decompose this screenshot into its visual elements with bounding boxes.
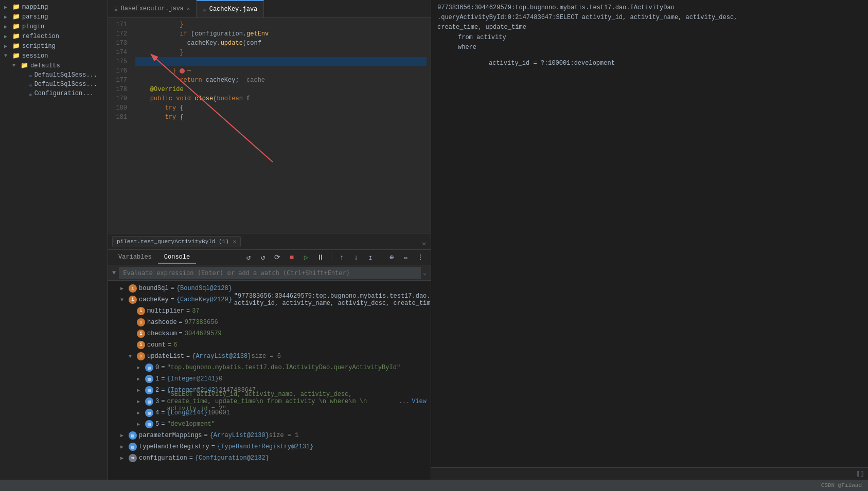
sidebar-item-mapping[interactable]: ▶ 📁 mapping (0, 2, 108, 12)
type-icon: ▤ (145, 397, 153, 406)
session-tab-label: piTest.test_queryActivityById (1) (117, 239, 229, 245)
type-icon: i (129, 284, 137, 293)
debug-row-parametermappings[interactable]: ▶ ▤ parameterMappings = {ArrayList@2130}… (108, 430, 431, 441)
debug-row-multiplier[interactable]: i multiplier = 37 (108, 305, 431, 317)
sidebar-item-label: Configuration... (34, 90, 94, 97)
equals: = (204, 432, 207, 439)
field-value: "development" (167, 421, 215, 428)
view-link[interactable]: View (412, 398, 427, 405)
more-btn[interactable]: ⋮ (414, 251, 427, 264)
expand-arrow: ▶ (137, 387, 145, 393)
java-file-icon: ☕ (29, 90, 32, 97)
evaluate-btn[interactable]: ⊕ (385, 251, 398, 264)
restart-btn[interactable]: ↺ (242, 251, 255, 264)
step-over-btn[interactable]: ↑ (335, 251, 348, 264)
type-icon: ▤ (129, 431, 137, 440)
sidebar-item-session[interactable]: ▼ 📁 session (0, 51, 108, 61)
equals: = (161, 364, 165, 371)
expand-arrow: ▶ (120, 455, 129, 461)
code-content: } if (configuration.getEnv cacheKey.upda… (131, 18, 431, 233)
sidebar-item-reflection[interactable]: ▶ 📁 reflection (0, 31, 108, 41)
equals: = (186, 353, 190, 360)
debug-content: ▶ i boundSql = {BoundSql@2128} ▼ i cache… (108, 281, 431, 480)
equals: = (186, 307, 190, 315)
field-name: 1 (155, 375, 159, 383)
debug-row-checksum[interactable]: i checksum = 3044629579 (108, 328, 431, 339)
debug-session-tab[interactable]: piTest.test_queryActivityById (1) ✕ (112, 236, 241, 247)
tab-label: Console (164, 253, 190, 261)
debug-row-configuration[interactable]: ▶ ∞ configuration = {Configuration@2132} (108, 452, 431, 464)
expand-watch-btn[interactable]: ⌄ (423, 269, 427, 277)
java-tab-icon: ☕ (114, 6, 118, 12)
equals: = (171, 296, 174, 303)
console-expand-btn[interactable]: ⟦⟧ (431, 467, 868, 480)
code-line: if (configuration.getEnv (135, 29, 427, 39)
field-meta: ... (399, 398, 410, 405)
field-value: 6 (173, 341, 177, 349)
collapse-arrow: ▼ (4, 53, 10, 59)
step-out-btn[interactable]: ↥ (364, 251, 377, 264)
watch-bar: ▼ ⌄ (108, 265, 431, 281)
tab-baseexecutor[interactable]: ☕ BaseExecutor.java ✕ (108, 0, 197, 17)
debug-tabs-bar: Variables Console ↺ ↺ ⟳ ■ ▷ ⏸ ↑ ↓ ↥ (108, 250, 431, 265)
resume-btn[interactable]: ▷ (300, 251, 312, 264)
folder-icon: 📁 (12, 3, 20, 11)
tab-label: Variables (118, 253, 152, 261)
watch-chevron[interactable]: ▼ (112, 269, 116, 277)
field-type: {Long@2144} (167, 409, 207, 416)
type-icon: ▤ (145, 386, 153, 394)
debug-row-update3[interactable]: ▶ ▤ 3 = "SELECT activity_id, activity_na… (108, 396, 431, 407)
code-line: } (135, 20, 427, 29)
debug-row-updatelist[interactable]: ▼ i updateList = {ArrayList@2138} size =… (108, 351, 431, 362)
collapse-arrow: ▶ (4, 24, 10, 30)
expand-arrow: ▶ (137, 376, 145, 382)
reload-btn[interactable]: ⟳ (271, 251, 284, 264)
restart-btn2[interactable]: ↺ (257, 251, 269, 264)
field-value: 977383656 (185, 319, 218, 326)
sidebar-item-defaultsqlsess2[interactable]: ☕ DefaultSqlSess... (0, 80, 108, 89)
expand-arrow: ▶ (120, 285, 129, 292)
equals: = (211, 443, 215, 450)
debug-row-typehandlerregistry[interactable]: ▶ ▤ typeHandlerRegistry = {TypeHandlerRe… (108, 441, 431, 452)
debug-row-update5[interactable]: ▶ ▤ 5 = "development" (108, 419, 431, 430)
tab-cachekey[interactable]: ☕ CacheKey.java (197, 0, 264, 17)
sidebar-item-plugin[interactable]: ▶ 📁 plugin (0, 22, 108, 31)
collapse-arrow: ▶ (4, 14, 10, 20)
debug-row-hashcode[interactable]: i hashcode = 977383656 (108, 317, 431, 328)
sidebar-item-label: DefaultSqlSess... (34, 81, 97, 88)
sidebar-item-label: mapping (22, 4, 48, 11)
java-tab-icon: ☕ (203, 6, 206, 13)
close-session-btn[interactable]: ✕ (233, 238, 237, 245)
watch-input[interactable] (119, 267, 421, 279)
equals: = (161, 387, 165, 394)
edit-btn[interactable]: ✏ (400, 251, 412, 264)
debug-tab-variables[interactable]: Variables (112, 251, 158, 264)
sidebar-item-scripting[interactable]: ▶ 📁 scripting (0, 41, 108, 51)
sidebar-item-configuration[interactable]: ☕ Configuration... (0, 89, 108, 98)
field-name: updateList (147, 353, 184, 360)
field-name: hashcode (147, 319, 177, 326)
sidebar-item-defaultsqlsess1[interactable]: ☕ DefaultSqlSess... (0, 70, 108, 80)
status-text: CSDN @Filwad (821, 482, 862, 488)
console-right-panel: 977383656:3044629579:top.bugnono.mybatis… (431, 0, 868, 480)
sidebar-item-parsing[interactable]: ▶ 📁 parsing (0, 12, 108, 22)
pause-btn[interactable]: ⏸ (314, 251, 327, 264)
field-value: 37 (192, 307, 199, 315)
debug-row-cachekey[interactable]: ▼ i cacheKey = {CacheKey@2129} "97738365… (108, 294, 431, 305)
sidebar-item-defaults[interactable]: ▼ 📁 defaults (0, 61, 108, 70)
debug-tab-console[interactable]: Console (158, 251, 196, 264)
expand-arrow: ▼ (120, 297, 129, 303)
code-line: try { (135, 103, 427, 113)
stop-btn[interactable]: ■ (286, 251, 298, 264)
close-tab-btn[interactable]: ✕ (187, 6, 190, 12)
step-into-btn[interactable]: ↓ (350, 251, 362, 264)
console-line: create_time, update_time (437, 23, 862, 32)
debug-row-update0[interactable]: ▶ ▤ 0 = "top.bugnono.mybatis.test17.dao.… (108, 362, 431, 373)
java-file-icon: ☕ (29, 81, 32, 88)
debug-row-count[interactable]: i count = 6 (108, 339, 431, 351)
toolbar-separator (331, 251, 331, 261)
expand-panel-btn[interactable]: ⌄ (421, 237, 427, 247)
debug-row-update1[interactable]: ▶ ▤ 1 = {Integer@2141} 0 (108, 373, 431, 385)
field-name: 0 (155, 364, 159, 371)
field-type: {BoundSql@2128} (176, 285, 232, 292)
